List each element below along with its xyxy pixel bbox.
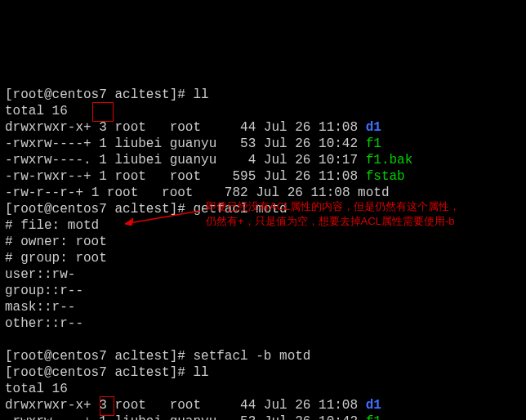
file-name: f1 [366,136,381,151]
facl-output: # owner: root [5,235,107,249]
facl-output: group::r-- [5,284,83,298]
total-line: total 16 [5,104,68,118]
facl-output: # group: root [5,251,107,266]
highlight-box-plus [92,102,114,122]
file-name: fstab [366,169,405,184]
prompt-line: [root@centos7 acltest]# ll [5,365,209,380]
ls-row: drwxrwxr-x+ 3 root root 44 Jul 26 11:08 … [5,398,381,413]
file-name: f1.bak [366,153,413,168]
facl-output: mask::r-- [5,300,75,315]
annotation-arrow-icon [118,204,204,229]
dir-name: d1 [366,398,381,413]
svg-marker-1 [125,218,133,226]
prompt-line: [root@centos7 acltest]# ll [5,87,209,102]
annotation-text: 即使已经没有ACL属性的内容，但是仍然有这个属性， 仍然有+，只是值为空，想要去… [206,199,500,229]
file-name: f1 [366,414,381,420]
acl-plus-marker: + [75,185,83,200]
ls-row: -rw-rwxr--+ 1 root root 595 Jul 26 11:08… [5,169,405,184]
ls-row: -rw-r--r-+ 1 root root 782 Jul 26 11:08 … [5,185,390,200]
ls-row: -rwxrw----+ 1 liubei guanyu 53 Jul 26 10… [5,414,381,420]
total-line: total 16 [5,382,68,396]
ls-row: drwxrwxr-x+ 3 root root 44 Jul 26 11:08 … [5,120,381,135]
facl-output: user::rw- [5,267,75,282]
prompt-line: [root@centos7 acltest]# setfacl -b motd [5,349,310,364]
dir-name: d1 [366,120,381,135]
ls-row: -rwxrw----. 1 liubei guanyu 4 Jul 26 10:… [5,153,412,168]
svg-line-0 [125,211,200,224]
ls-row: -rwxrw----+ 1 liubei guanyu 53 Jul 26 10… [5,136,381,151]
highlight-box-dot [100,396,114,416]
terminal-output: [root@centos7 acltest]# ll total 16 drwx… [5,70,521,420]
facl-output: # file: motd [5,218,99,233]
facl-output: other::r-- [5,316,83,331]
